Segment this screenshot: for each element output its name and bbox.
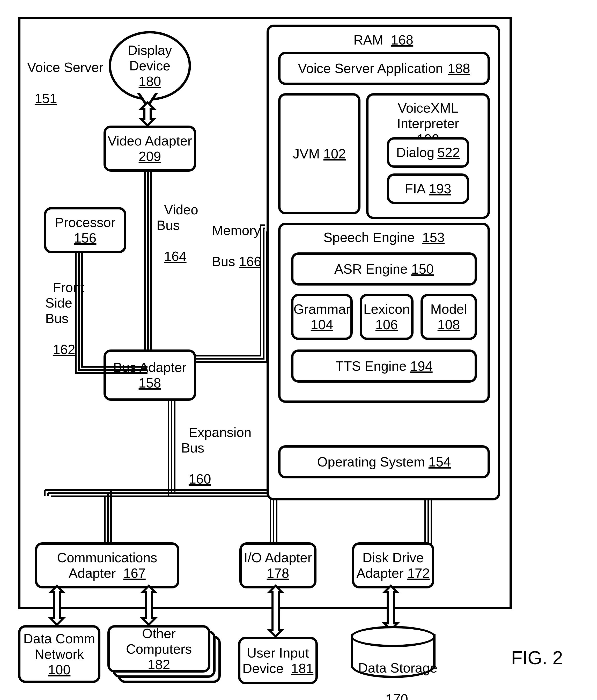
dcn-ref: 100 xyxy=(48,662,71,677)
model: Model 108 xyxy=(420,294,477,340)
video-adapter-name: Video Adapter xyxy=(108,133,192,149)
arrow-comm-other xyxy=(141,586,157,625)
video-adapter-ref: 209 xyxy=(139,149,161,164)
vsa-ref: 188 xyxy=(448,60,470,76)
display-ref: 180 xyxy=(139,74,161,89)
video-bus-name: Video Bus xyxy=(157,202,198,233)
comm-adapter-name: Communications xyxy=(57,550,157,566)
ram-ref: 168 xyxy=(391,32,413,47)
jvm: JVM 102 xyxy=(278,93,361,214)
voice-server-text: Voice Server xyxy=(27,59,69,75)
arrow-io-uid xyxy=(268,586,283,636)
io-adapter: I/O Adapter 178 xyxy=(239,542,316,589)
voice-server-application: Voice Server Application 188 xyxy=(278,52,490,85)
jvm-name: JVM xyxy=(293,146,320,161)
other-computers-ref: 182 xyxy=(148,657,170,672)
bus-adapter-ref: 158 xyxy=(139,375,161,391)
tts-name: TTS Engine xyxy=(335,358,407,374)
processor-ref: 156 xyxy=(74,230,97,246)
svg-marker-0 xyxy=(141,102,154,126)
disk-adapter-ref: 172 xyxy=(407,566,430,581)
svg-marker-25 xyxy=(142,586,155,625)
video-bus-label: Video Bus 164 xyxy=(157,186,198,264)
fia: FIA 193 xyxy=(387,173,469,204)
memory-bus-ref: 166 xyxy=(239,254,261,269)
expansion-bus xyxy=(168,398,176,492)
dcn2: Network xyxy=(35,646,84,662)
fsb-ref: 162 xyxy=(53,342,75,357)
video-adapter: Video Adapter 209 xyxy=(104,126,196,172)
fsb-name: Front Side Bus xyxy=(45,280,84,326)
se-ref: 153 xyxy=(422,230,445,245)
asr-ref: 150 xyxy=(411,261,434,277)
tts-engine: TTS Engine 194 xyxy=(291,349,477,383)
svg-marker-27 xyxy=(384,586,397,630)
ds-name: Data Storage xyxy=(358,660,437,675)
arrow-display-video xyxy=(140,102,155,126)
arrow-disk-storage xyxy=(383,586,398,630)
se-name: Speech Engine xyxy=(323,230,415,245)
memory-bus-label: Memory Bus 166 xyxy=(204,207,261,269)
grammar-name: Grammar xyxy=(293,301,351,317)
tts-ref: 194 xyxy=(410,358,433,374)
communications-adapter: Communications Adapter 167 xyxy=(35,542,179,589)
disk-adapter-name1: Disk Drive xyxy=(363,550,424,566)
grammar-ref: 104 xyxy=(311,317,333,332)
data-storage-top xyxy=(351,626,436,647)
display-device: Display Device 180 xyxy=(109,31,191,100)
comm-adapter-name2: Adapter xyxy=(69,566,123,581)
asr-name: ASR Engine xyxy=(334,261,408,277)
speech-title: Speech Engine 153 xyxy=(323,230,445,245)
operating-system: Operating System 154 xyxy=(278,445,490,478)
lexicon-ref: 106 xyxy=(375,317,398,332)
uid1: User Input xyxy=(247,645,309,661)
memory-bus-name2: Bus xyxy=(212,254,239,269)
processor: Processor 156 xyxy=(44,207,126,253)
voice-server-label: Voice Server 151 xyxy=(27,28,69,106)
vxml-name: VoiceXML Interpreter xyxy=(368,100,488,131)
dialog-ref: 522 xyxy=(437,145,460,160)
front-side-bus xyxy=(75,251,148,374)
other-computers: Other Computers 182 xyxy=(107,625,210,673)
lexicon-name: Lexicon xyxy=(363,301,410,317)
display-text1: Display xyxy=(128,43,172,58)
uid-ref: 181 xyxy=(291,661,314,676)
disk-adapter-name2: Adapter xyxy=(356,566,407,581)
lexicon: Lexicon 106 xyxy=(360,294,414,340)
os-name: Operating System xyxy=(317,454,425,470)
uid2: Device xyxy=(242,661,291,676)
other-computers-name: Other Computers xyxy=(110,626,208,657)
arrow-comm-net xyxy=(49,586,65,625)
ds-ref: 170 xyxy=(386,692,408,700)
jvm-ref: 102 xyxy=(323,146,346,161)
voice-server-ref: 151 xyxy=(35,91,57,106)
fia-name: FIA xyxy=(405,181,426,197)
grammar: Grammar 104 xyxy=(291,294,353,340)
dialog-name: Dialog xyxy=(396,145,434,160)
io-adapter-name: I/O Adapter xyxy=(244,550,312,566)
svg-marker-26 xyxy=(269,586,282,636)
fia-ref: 193 xyxy=(429,181,451,197)
memory-bus-name: Memory xyxy=(212,223,261,238)
user-input-device: User Input Device 181 xyxy=(238,637,318,684)
dcn1: Data Comm xyxy=(23,631,95,646)
asr-engine: ASR Engine 150 xyxy=(291,252,477,285)
comm-adapter-ref: 167 xyxy=(123,566,146,581)
model-name: Model xyxy=(430,301,467,317)
disk-adapter: Disk Drive Adapter 172 xyxy=(352,542,434,589)
os-ref: 154 xyxy=(429,454,451,470)
io-adapter-ref: 178 xyxy=(267,566,289,581)
vsa-name: Voice Server Application xyxy=(298,60,443,76)
data-comm-network: Data Comm Network 100 xyxy=(18,625,100,683)
dialog: Dialog 522 xyxy=(387,137,469,168)
front-side-bus-label: Front Side Bus 162 xyxy=(45,264,84,357)
exp-bus-name: Expansion Bus xyxy=(181,425,252,455)
model-ref: 108 xyxy=(438,317,460,332)
display-text2: Device xyxy=(129,58,171,74)
ram-name: RAM xyxy=(354,32,384,47)
exp-bus-ref: 160 xyxy=(189,471,211,486)
figure-label: FIG. 2 xyxy=(511,647,563,669)
ram-title: RAM 168 xyxy=(354,32,413,48)
data-storage-label: Data Storage 170 xyxy=(351,645,436,700)
svg-marker-24 xyxy=(50,586,63,625)
